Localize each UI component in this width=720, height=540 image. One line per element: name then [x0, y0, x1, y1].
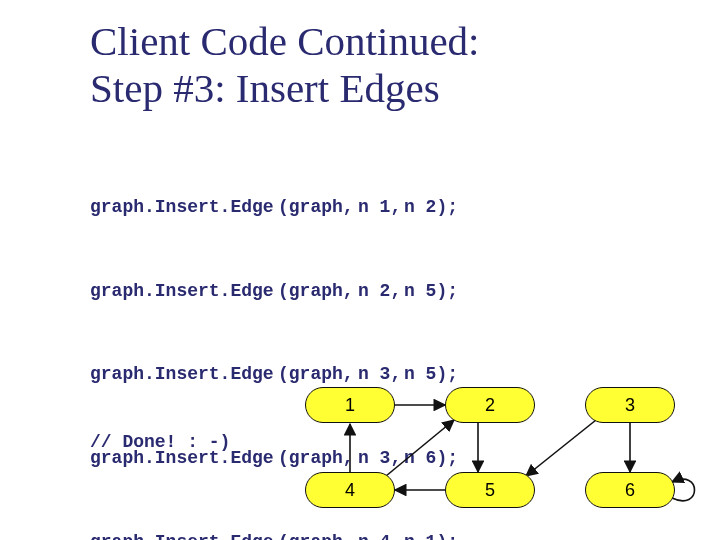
- code-row: graph.Insert.Edge(graph,n 2,n 5);: [90, 278, 670, 306]
- code-block: graph.Insert.Edge(graph,n 1,n 2); graph.…: [90, 138, 670, 540]
- code-row: graph.Insert.Edge(graph,n 1,n 2);: [90, 194, 670, 222]
- slide-title: Client Code Continued: Step #3: Insert E…: [90, 18, 670, 112]
- slide: Client Code Continued: Step #3: Insert E…: [0, 0, 720, 540]
- title-line-2: Step #3: Insert Edges: [90, 65, 440, 111]
- title-line-1: Client Code Continued:: [90, 18, 479, 64]
- done-comment: // Done! : -): [90, 432, 230, 452]
- code-row: graph.Insert.Edge(graph,n 4,n 1);: [90, 529, 670, 540]
- code-row: graph.Insert.Edge(graph,n 3,n 5);: [90, 361, 670, 389]
